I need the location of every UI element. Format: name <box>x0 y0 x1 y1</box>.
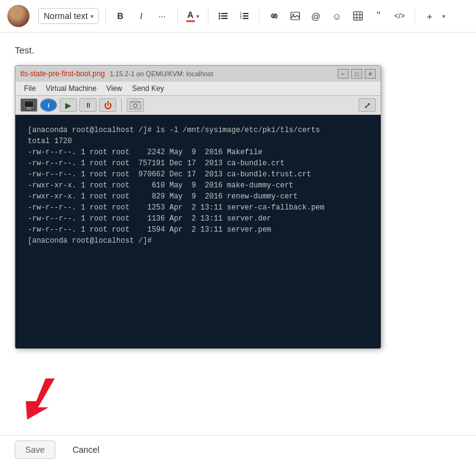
font-color-icon: A <box>186 10 195 22</box>
vm-monitor-button[interactable] <box>20 98 38 112</box>
cancel-button[interactable]: Cancel <box>63 441 109 458</box>
screen-line-7: -rwxr-xr-x. 1 root root 829 May 9 2016 r… <box>28 191 368 202</box>
screen-line-10: -rw-r--r--. 1 root root 1594 Apr 2 13:11… <box>28 224 368 235</box>
numbered-list-icon: 1. 2. 3. <box>239 11 249 21</box>
vm-maximize-button[interactable]: □ <box>351 69 362 79</box>
svg-rect-5 <box>221 18 228 19</box>
mention-button[interactable]: @ <box>307 7 325 25</box>
emoji-button[interactable]: ☺ <box>328 7 346 25</box>
screen-line-6: -rwxr-xr-x. 1 root root 610 May 9 2016 m… <box>28 180 368 191</box>
vm-screen: [anaconda root@localhost /]# ls -l /mnt/… <box>15 115 381 348</box>
vm-window-controls: − □ × <box>338 69 376 79</box>
more-formatting-button[interactable]: ··· <box>154 7 171 25</box>
screen-line-1: [anaconda root@localhost /]# ls -l /mnt/… <box>28 125 368 136</box>
editor-content[interactable]: Test. <box>15 45 461 55</box>
screen-line-4: -rw-r--r--. 1 root root 757191 Dec 17 20… <box>28 158 368 169</box>
svg-point-2 <box>218 15 220 17</box>
text-style-label: Normal text <box>44 11 88 21</box>
svg-rect-7 <box>243 13 248 14</box>
svg-rect-15 <box>354 12 362 20</box>
toolbar-separator-2 <box>177 9 178 23</box>
svg-text:3.: 3. <box>240 16 242 20</box>
svg-marker-28 <box>26 378 55 420</box>
vm-filename: tls-state-pre-first-boot.png <box>20 69 105 78</box>
bottom-bar: Save Cancel <box>0 435 476 469</box>
plus-chevron: ▾ <box>442 13 445 20</box>
save-button[interactable]: Save <box>15 441 55 459</box>
svg-rect-24 <box>130 102 141 109</box>
vm-screenshot-window: tls-state-pre-first-boot.png 1.15.2-1 on… <box>15 65 381 349</box>
vm-toolbar: i ▶ ⏸ ⏻ ⤢ <box>15 96 381 115</box>
monitor-icon <box>24 101 34 109</box>
image-button[interactable] <box>287 7 304 25</box>
vm-title-left: tls-state-pre-first-boot.png 1.15.2-1 on… <box>20 69 213 78</box>
vm-info-button[interactable]: i <box>40 98 57 112</box>
quote-button[interactable]: " <box>370 7 387 25</box>
editor-area: Test. tls-state-pre-first-boot.png 1.15.… <box>0 33 476 361</box>
vm-toolbar-sep <box>121 98 122 112</box>
toolbar-separator-4 <box>259 9 260 23</box>
bullet-list-button[interactable] <box>215 7 232 25</box>
svg-rect-23 <box>26 109 32 109</box>
svg-rect-9 <box>243 15 248 17</box>
avatar <box>7 5 30 27</box>
vm-menu-virtual-machine[interactable]: Virtual Machine <box>41 83 101 94</box>
svg-rect-21 <box>25 101 33 107</box>
screenshot-icon <box>130 101 141 109</box>
numbered-list-button[interactable]: 1. 2. 3. <box>236 7 253 25</box>
vm-play-button[interactable]: ▶ <box>60 98 77 112</box>
vm-screenshot-button[interactable] <box>127 98 144 112</box>
toolbar-separator-5 <box>415 9 415 23</box>
toolbar-separator-3 <box>208 9 208 23</box>
screen-line-8: -rw-r--r--. 1 root root 1253 Apr 2 13:11… <box>28 202 368 213</box>
svg-point-4 <box>218 18 220 20</box>
vm-close-button[interactable]: × <box>365 69 376 79</box>
bullet-list-icon <box>218 11 228 21</box>
screen-line-2: total 1720 <box>28 136 368 147</box>
table-button[interactable] <box>349 7 367 25</box>
svg-rect-3 <box>221 15 228 17</box>
screen-empty-space <box>28 246 368 320</box>
link-icon <box>269 11 279 21</box>
chevron-down-icon: ▾ <box>90 13 93 20</box>
svg-rect-25 <box>133 101 138 103</box>
vm-titlebar: tls-state-pre-first-boot.png 1.15.2-1 on… <box>15 66 381 82</box>
svg-point-14 <box>292 14 294 16</box>
vm-pause-button[interactable]: ⏸ <box>79 98 97 112</box>
color-chevron-icon: ▾ <box>196 13 199 20</box>
bold-button[interactable]: B <box>112 7 129 25</box>
vm-power-button[interactable]: ⏻ <box>99 98 116 112</box>
vm-menu-view[interactable]: View <box>101 83 127 94</box>
svg-point-0 <box>218 13 220 15</box>
vm-expand-button[interactable]: ⤢ <box>359 98 376 112</box>
screen-line-9: -rw-r--r--. 1 root root 1136 Apr 2 13:11… <box>28 213 368 224</box>
svg-rect-1 <box>221 13 228 14</box>
plus-button[interactable]: + <box>421 7 438 25</box>
image-icon <box>290 11 300 21</box>
svg-rect-11 <box>243 18 248 19</box>
vm-minimize-button[interactable]: − <box>338 69 349 79</box>
vm-menu-send-key[interactable]: Send Key <box>127 83 169 94</box>
down-arrow-icon <box>15 374 64 423</box>
screen-line-11: [anaconda root@localhost /]# <box>28 235 368 246</box>
link-button[interactable] <box>266 7 283 25</box>
toolbar-separator-1 <box>105 9 106 23</box>
text-style-dropdown[interactable]: Normal text ▾ <box>38 8 99 24</box>
code-button[interactable]: </> <box>391 7 408 25</box>
svg-rect-22 <box>27 108 31 109</box>
vm-subtitle: 1.15.2-1 on QEMU/KVM: localhost <box>109 70 213 77</box>
svg-rect-13 <box>291 12 299 20</box>
editor-toolbar: Normal text ▾ B I ··· A ▾ 1. 2. 3. <box>0 0 476 33</box>
screen-line-5: -rw-r--r--. 1 root root 970662 Dec 17 20… <box>28 169 368 180</box>
arrow-container <box>0 361 476 435</box>
screen-line-3: -rw-r--r--. 1 root root 2242 May 9 2016 … <box>28 147 368 158</box>
italic-button[interactable]: I <box>133 7 150 25</box>
table-icon <box>353 11 363 21</box>
vm-menubar: File Virtual Machine View Send Key <box>15 82 381 96</box>
vm-menu-file[interactable]: File <box>19 83 41 94</box>
font-color-button[interactable]: A ▾ <box>184 9 202 23</box>
